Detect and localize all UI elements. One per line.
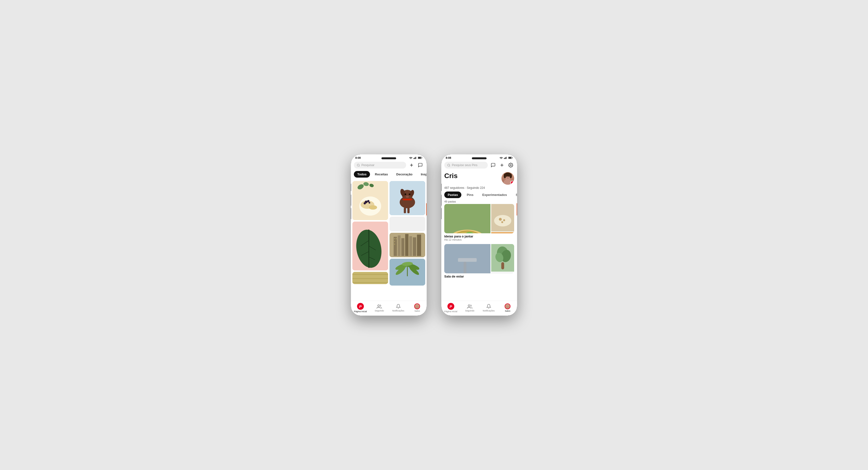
battery-icon-2	[508, 157, 513, 159]
phone-2-time: 8:08	[446, 156, 451, 159]
svg-point-88	[503, 219, 505, 221]
nav-home[interactable]: P Página inicial	[351, 303, 370, 313]
phone-1-vol-up	[351, 195, 351, 206]
nav-2-notifications-label: Notificações	[483, 310, 495, 312]
svg-rect-79	[444, 204, 491, 233]
tab-todos[interactable]: Todos	[354, 171, 370, 178]
settings-button[interactable]	[507, 162, 514, 168]
svg-rect-48	[413, 238, 416, 256]
phone-1-tabs: Todos Receitas Decoração Inspi...	[351, 170, 427, 180]
profile-tabs: Pastas Pins Experimentados Se...	[441, 191, 517, 199]
svg-point-111	[468, 305, 470, 307]
bell-icon-2	[486, 304, 491, 309]
pin-item-texture[interactable]	[352, 272, 388, 284]
pin-col-left	[352, 181, 388, 286]
search-icon	[357, 164, 360, 167]
pinterest-logo: P	[357, 303, 364, 310]
phone-1-status-bar: 8:08	[351, 154, 427, 160]
profile-name: Cris	[444, 172, 458, 180]
pin-grid	[351, 180, 427, 287]
svg-point-61	[378, 305, 379, 307]
phone-1-vol-down	[351, 208, 351, 219]
user-avatar-nav-2	[505, 304, 510, 309]
phone-2-search-bar: Pesquise seus Pins	[441, 160, 517, 170]
nav-notifications[interactable]: Notificações	[389, 304, 408, 312]
search-icon-2	[447, 164, 451, 167]
tab-decoracao[interactable]: Decoração	[393, 171, 416, 178]
add-button-2[interactable]	[498, 162, 505, 168]
svg-rect-29	[352, 282, 388, 283]
svg-rect-49	[417, 234, 421, 256]
phone-2-screen: 8:08	[441, 154, 517, 316]
pin-item-building[interactable]	[390, 233, 425, 257]
svg-point-78	[509, 174, 512, 178]
message-button-2[interactable]	[490, 162, 497, 168]
tab-receitas[interactable]: Receitas	[371, 171, 391, 178]
following-icon	[377, 304, 382, 309]
tab-inspi[interactable]: Inspi...	[417, 171, 427, 178]
svg-rect-90	[491, 232, 514, 233]
following-count: Seguindo 224	[467, 186, 485, 190]
board-title-2: Sala de estar	[444, 275, 514, 278]
phone-2-power-button	[517, 203, 517, 215]
messages-button[interactable]	[417, 162, 424, 168]
nav-2-saved[interactable]: Salvo	[498, 304, 517, 312]
board-sub-img-2b	[491, 272, 514, 273]
nav-2-home[interactable]: P Página inicial	[441, 303, 460, 313]
svg-rect-3	[416, 157, 416, 159]
svg-point-14	[369, 202, 370, 204]
pin-item-dog[interactable]	[390, 181, 425, 215]
svg-point-7	[357, 164, 360, 166]
board-title-1: Ideias para o jantar	[444, 234, 514, 238]
nav-saved[interactable]: Salvo	[408, 304, 427, 312]
phone-2: 8:08	[441, 154, 517, 316]
svg-rect-68	[512, 157, 513, 158]
svg-rect-47	[409, 236, 412, 256]
svg-rect-67	[508, 157, 512, 159]
nav-2-following[interactable]: Seguindo	[460, 304, 479, 312]
svg-rect-40	[403, 198, 412, 200]
svg-point-13	[364, 202, 366, 205]
tab-experimentados[interactable]: Experimentados	[479, 191, 510, 198]
avatar-verified-badge	[510, 181, 514, 185]
svg-rect-2	[415, 157, 415, 159]
tab-pins[interactable]: Pins	[463, 191, 477, 198]
svg-rect-1	[414, 158, 415, 159]
nav-following[interactable]: Seguindo	[370, 304, 389, 312]
phone-2-content: Ideias para o jantar Há 12 minutos	[441, 204, 517, 301]
board-item-2[interactable]: Sala de estar	[444, 244, 514, 278]
pin-item-blank[interactable]	[390, 217, 425, 231]
phone-2-search-input[interactable]: Pesquise seus Pins	[444, 162, 488, 168]
wifi-icon	[409, 157, 412, 159]
phone-1-search-input[interactable]: Pesquisar	[354, 162, 406, 168]
phone-1-screen: 8:08	[351, 154, 427, 316]
svg-rect-97	[458, 258, 477, 262]
svg-point-87	[499, 218, 502, 221]
phone-1-bottom-nav: P Página inicial Seguindo	[351, 301, 427, 316]
nav-2-following-label: Seguindo	[465, 310, 474, 312]
nav-2-notifications[interactable]: Notificações	[479, 304, 498, 312]
svg-rect-63	[505, 158, 505, 159]
profile-avatar[interactable]	[501, 172, 514, 185]
tab-pastas[interactable]: Pastas	[444, 191, 461, 198]
svg-rect-41	[390, 217, 425, 231]
tab-se[interactable]: Se...	[513, 191, 517, 198]
nav-notifications-label: Notificações	[392, 310, 404, 312]
pin-item-palm[interactable]	[390, 259, 425, 286]
board-item-1[interactable]: Ideias para o jantar Há 12 minutos	[444, 204, 514, 241]
pin-item-leaf[interactable]	[352, 222, 388, 271]
board-grid-2	[444, 244, 514, 273]
add-button[interactable]	[408, 162, 415, 168]
svg-rect-45	[401, 238, 404, 256]
phone-2-bottom-nav: P Página inicial Seguindo	[441, 301, 517, 316]
svg-rect-53	[394, 244, 395, 245]
board-sub-img-1b	[491, 232, 514, 233]
svg-rect-107	[491, 272, 514, 273]
board-sub-img-2a	[491, 244, 514, 272]
nav-home-label: Página inicial	[354, 310, 367, 313]
svg-rect-62	[504, 158, 504, 159]
svg-rect-38	[404, 208, 406, 213]
pinterest-logo-2: P	[447, 303, 454, 310]
svg-point-35	[405, 193, 406, 195]
pin-item-food[interactable]	[352, 181, 388, 220]
